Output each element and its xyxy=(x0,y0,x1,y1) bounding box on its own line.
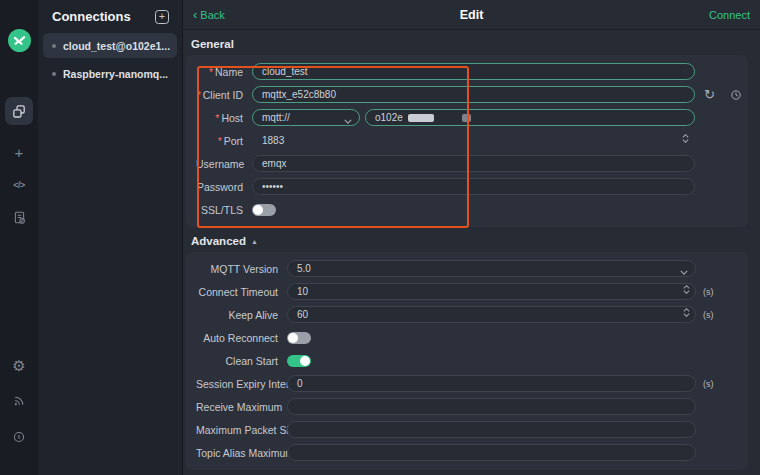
name-row: *Name cloud_test xyxy=(196,63,748,80)
mqtt-version-label: MQTT Version xyxy=(196,263,278,275)
connect-timeout-row: Connect Timeout 10 (s) xyxy=(196,283,748,300)
required-asterisk: * xyxy=(197,89,201,101)
clock-history-icon[interactable] xyxy=(730,89,742,101)
port-label: Port xyxy=(224,135,243,147)
connections-sidebar: Connections + cloud_test@o102e1... Raspb… xyxy=(38,0,183,475)
nav-new-connection-icon[interactable]: + xyxy=(5,138,33,166)
host-row: *Host mqtt:// o102e xyxy=(196,109,748,126)
client-id-label: Client ID xyxy=(203,89,243,101)
seconds-unit: (s) xyxy=(703,310,714,320)
auto-reconnect-label: Auto Reconnect xyxy=(196,332,278,344)
topic-alias-maximum-input[interactable] xyxy=(287,444,696,461)
new-connection-button[interactable]: + xyxy=(155,10,169,24)
password-label: Password xyxy=(196,181,243,193)
connection-status-dot xyxy=(52,44,56,48)
ssl-toggle[interactable] xyxy=(252,204,276,216)
connection-item[interactable]: cloud_test@o102e1... xyxy=(43,33,177,58)
settings-gear-icon[interactable]: ⚙ xyxy=(5,352,33,380)
connect-timeout-label: Connect Timeout xyxy=(196,286,278,298)
connection-item[interactable]: Raspberry-nanomq... xyxy=(43,61,177,86)
maximum-packet-size-row: Maximum Packet Size xyxy=(196,421,748,438)
topic-alias-maximum-row: Topic Alias Maximum xyxy=(196,444,748,461)
auto-reconnect-row: Auto Reconnect xyxy=(196,329,748,346)
redaction-block xyxy=(408,114,434,122)
clean-start-label: Clean Start xyxy=(196,355,278,367)
seconds-unit: (s) xyxy=(703,379,714,389)
name-input[interactable]: cloud_test xyxy=(252,63,695,80)
topic-alias-maximum-label: Topic Alias Maximum xyxy=(196,447,278,459)
refresh-client-id-icon[interactable]: ↻ xyxy=(704,88,715,101)
mqttx-logo xyxy=(8,29,31,52)
connection-item-label: cloud_test@o102e1... xyxy=(63,40,170,52)
app-nav-rail: + </> ⚙ xyxy=(0,0,38,475)
receive-maximum-row: Receive Maximum xyxy=(196,398,748,415)
broadcast-rss-icon[interactable] xyxy=(5,387,33,415)
session-expiry-label: Session Expiry Interval xyxy=(196,378,278,390)
back-button[interactable]: ‹ Back xyxy=(193,8,225,21)
chevron-down-icon xyxy=(344,115,352,126)
port-stepper[interactable] xyxy=(682,134,689,143)
username-label: Username xyxy=(196,158,243,170)
keep-alive-stepper[interactable] xyxy=(683,308,690,317)
nav-connections-icon[interactable] xyxy=(5,97,33,125)
collapse-arrow-icon: ▲ xyxy=(251,238,258,245)
connection-status-dot xyxy=(52,72,56,76)
redaction-block xyxy=(462,114,471,122)
edit-connection-panel: ‹ Back Edit Connect General *Name cloud_… xyxy=(183,0,760,475)
seconds-unit: (s) xyxy=(703,287,714,297)
general-card: *Name cloud_test *Client ID mqttx_e52c8b… xyxy=(186,55,748,227)
auto-reconnect-toggle[interactable] xyxy=(287,332,311,344)
mqtt-version-select[interactable]: 5.0 xyxy=(287,260,696,277)
client-id-row: *Client ID mqttx_e52c8b80 ↻ xyxy=(196,86,748,103)
receive-maximum-input[interactable] xyxy=(287,398,696,415)
host-protocol-select[interactable]: mqtt:// xyxy=(252,109,360,126)
connect-button[interactable]: Connect xyxy=(709,9,750,21)
password-input[interactable]: •••••• xyxy=(252,178,695,195)
edit-topbar: ‹ Back Edit Connect xyxy=(183,0,760,30)
required-asterisk: * xyxy=(209,66,213,78)
required-asterisk: * xyxy=(218,135,222,147)
keep-alive-row: Keep Alive 60 (s) xyxy=(196,306,748,323)
connect-timeout-stepper[interactable] xyxy=(683,285,690,294)
mqtt-version-row: MQTT Version 5.0 xyxy=(196,260,748,277)
advanced-card: MQTT Version 5.0 Connect Timeout 10 xyxy=(186,252,748,470)
back-chevron-icon: ‹ xyxy=(193,8,197,21)
nav-script-icon[interactable]: </> xyxy=(5,171,33,199)
connect-timeout-input[interactable]: 10 xyxy=(287,283,696,300)
clean-start-toggle[interactable] xyxy=(287,355,311,367)
maximum-packet-size-input[interactable] xyxy=(287,421,696,438)
keep-alive-input[interactable]: 60 xyxy=(287,306,696,323)
connection-item-label: Raspberry-nanomq... xyxy=(63,68,168,80)
about-info-icon[interactable] xyxy=(5,423,33,451)
page-title: Edit xyxy=(460,8,484,22)
name-label: Name xyxy=(215,66,243,78)
nav-log-icon[interactable] xyxy=(5,203,33,231)
connections-title: Connections xyxy=(52,9,131,24)
maximum-packet-size-label: Maximum Packet Size xyxy=(196,424,278,436)
required-asterisk: * xyxy=(215,112,219,124)
ssl-row: SSL/TLS xyxy=(196,201,748,218)
general-section-heading: General xyxy=(191,38,748,50)
host-address-input[interactable]: o102e xyxy=(365,109,695,126)
keep-alive-label: Keep Alive xyxy=(196,309,278,321)
client-id-input[interactable]: mqttx_e52c8b80 xyxy=(252,86,695,103)
port-input[interactable]: 1883 xyxy=(252,132,695,149)
ssl-label: SSL/TLS xyxy=(196,204,243,216)
chevron-down-icon xyxy=(680,266,688,277)
port-row: *Port 1883 xyxy=(196,132,748,149)
advanced-section-heading[interactable]: Advanced ▲ xyxy=(191,235,748,247)
receive-maximum-label: Receive Maximum xyxy=(196,401,278,413)
clean-start-row: Clean Start xyxy=(196,352,748,369)
session-expiry-row: Session Expiry Interval 0 (s) xyxy=(196,375,748,392)
username-row: Username emqx xyxy=(196,155,748,172)
password-row: Password •••••• xyxy=(196,178,748,195)
username-input[interactable]: emqx xyxy=(252,155,695,172)
host-label: Host xyxy=(221,112,243,124)
session-expiry-input[interactable]: 0 xyxy=(287,375,696,392)
